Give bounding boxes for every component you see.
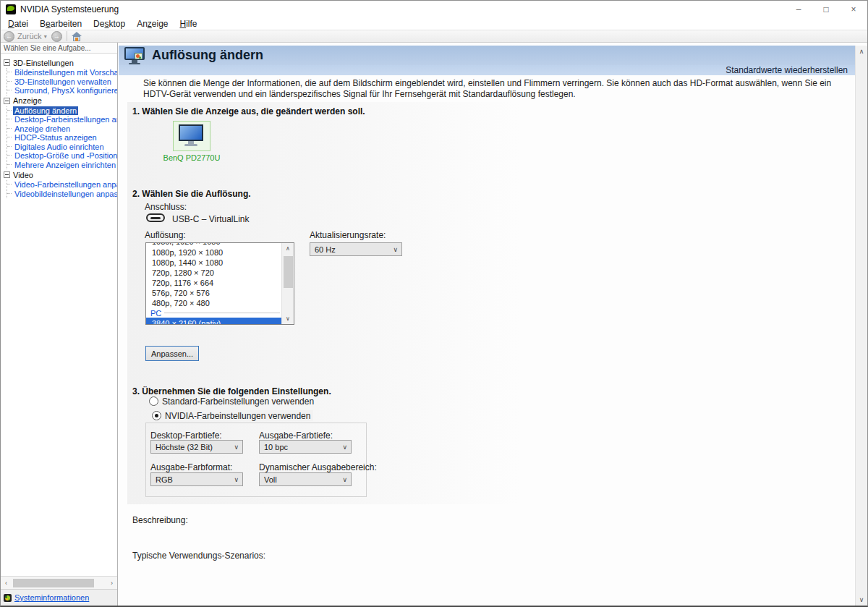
sidebar-item-label: Bildeinstellungen mit Vorschau anpassen (13, 68, 117, 77)
sidebar-group-label: 3D-Einstellungen (13, 59, 74, 67)
monitor-screen (179, 124, 203, 141)
standard-color-radio-row[interactable]: Standard-Farbeinstellungen verwenden (149, 396, 314, 407)
chevron-down-icon: ∨ (393, 246, 398, 253)
output-format-dropdown[interactable]: RGB ∨ (150, 472, 243, 486)
standard-color-radio-label: Standard-Farbeinstellungen verwenden (162, 396, 314, 407)
minimize-button[interactable]: – (785, 1, 812, 17)
sidebar-horizontal-scrollbar[interactable]: ‹ › (1, 576, 117, 589)
resolution-row[interactable]: 1080p, 1920 × 1080 (146, 247, 281, 258)
monitor-stand (132, 60, 137, 63)
close-button[interactable]: × (840, 1, 867, 17)
sidebar-item-desktop-farbeinstellungen[interactable]: Desktop-Farbeinstellungen anpassen (7, 115, 117, 124)
task-header: Wählen Sie eine Aufgabe... (1, 43, 117, 54)
dynamic-range-dropdown[interactable]: Voll ∨ (259, 472, 352, 486)
nvidia-color-radio-label: NVIDIA-Farbeinstellungen verwenden (165, 411, 310, 421)
scroll-down-icon[interactable]: ∨ (856, 594, 867, 606)
collapse-icon[interactable] (4, 171, 10, 178)
page-title: Auflösung ändern (152, 48, 263, 63)
resolution-row[interactable]: 480p, 720 × 480 (146, 298, 281, 308)
radio-selected-icon[interactable] (152, 411, 161, 420)
sidebar-item-digitales-audio[interactable]: Digitales Audio einrichten (7, 143, 117, 152)
menu-item-bearbeiten[interactable]: Bearbeiten (34, 18, 88, 30)
collapse-icon[interactable] (4, 59, 10, 66)
sidebar-item-anzeige-drehen[interactable]: Anzeige drehen (7, 124, 117, 134)
output-depth-dropdown[interactable]: 10 bpc ∨ (259, 440, 352, 454)
sidebar-item-video-farbeinstellungen[interactable]: Video-Farbeinstellungen anpassen (7, 180, 117, 190)
resolution-row-selected[interactable]: 3840 × 2160 (nativ) (146, 318, 281, 324)
sidebar-group-video[interactable]: Video (4, 170, 117, 179)
resolution-row[interactable]: 720p, 1176 × 664 (146, 278, 281, 288)
radio-unselected-icon[interactable] (149, 396, 158, 406)
menu-item-hilfe[interactable]: Hilfe (174, 18, 203, 30)
customize-button[interactable]: Anpassen... (145, 346, 199, 361)
main-vertical-scrollbar[interactable]: ∧ ∨ (855, 46, 867, 606)
output-format-value: RGB (156, 475, 173, 484)
dynamic-range-label: Dynamischer Ausgabebereich: (259, 462, 377, 472)
menu-item-anzeige[interactable]: Anzeige (131, 18, 174, 30)
scroll-up-icon[interactable]: ∧ (856, 46, 867, 57)
sidebar-item-desktop-groesse[interactable]: Desktop-Größe und -Position anpassen (7, 151, 117, 161)
dynamic-range-value: Voll (264, 475, 277, 484)
sidebar-item-surround-physx[interactable]: Surround, PhysX konfigurieren (7, 86, 117, 95)
chevron-down-icon: ∨ (342, 443, 347, 451)
sidebar-item-label: Desktop-Farbeinstellungen anpassen (13, 115, 117, 124)
back-dropdown-caret-icon[interactable]: ▾ (44, 33, 47, 40)
back-button-icon[interactable]: ← (4, 31, 14, 42)
scroll-right-icon[interactable]: › (106, 580, 117, 587)
sidebar-item-bildeinstellungen[interactable]: Bildeinstellungen mit Vorschau anpassen (7, 68, 117, 77)
sidebar-item-label: HDCP-Status anzeigen (13, 133, 98, 142)
refresh-rate-label: Aktualisierungsrate: (310, 230, 386, 240)
sidebar-item-videobildeinstellungen[interactable]: Videobildeinstellungen anpassen (7, 190, 117, 199)
resolution-listbox[interactable]: 1080i, 1920 × 1080 1080p, 1920 × 1080 10… (145, 242, 294, 325)
sidebar-group-anzeige[interactable]: Anzeige (4, 96, 117, 106)
home-door (75, 38, 78, 41)
step1-heading: 1. Wählen Sie die Anzeige aus, die geänd… (132, 106, 365, 116)
output-depth-label: Ausgabe-Farbtiefe: (259, 430, 333, 441)
display-tile-selected[interactable] (173, 121, 210, 151)
menu-bar: Datei Bearbeiten Desktop Anzeige Hilfe (1, 17, 867, 30)
description-label: Beschreibung: (132, 515, 188, 525)
resolution-row[interactable]: 1080p, 1440 × 1080 (146, 258, 281, 268)
sidebar-item-label: 3D-Einstellungen verwalten (13, 77, 113, 86)
output-format-label: Ausgabe-Farbformat: (150, 462, 232, 472)
scrollbar-thumb[interactable] (284, 256, 293, 288)
sidebar-item-label: Mehrere Anzeigen einrichten (13, 161, 117, 169)
menu-item-desktop[interactable]: Desktop (88, 18, 131, 30)
back-button-label[interactable]: Zurück (17, 32, 42, 41)
nvidia-color-radio-row[interactable]: NVIDIA-Farbeinstellungen verwenden (149, 410, 313, 421)
connector-value: USB-C – VirtualLink (172, 214, 250, 224)
resolution-row[interactable]: 720p, 1280 × 720 (146, 268, 281, 278)
resolution-row[interactable]: 576p, 720 × 576 (146, 288, 281, 298)
desktop-depth-dropdown[interactable]: Höchste (32 Bit) ∨ (150, 440, 243, 454)
sidebar-item-label: Video-Farbeinstellungen anpassen (13, 180, 117, 189)
restore-defaults-link[interactable]: Standardwerte wiederherstellen (726, 65, 848, 75)
group-children: Bildeinstellungen mit Vorschau anpassen … (7, 68, 117, 95)
scroll-up-icon[interactable]: ∧ (282, 243, 294, 254)
sidebar-item-3d-verwalten[interactable]: 3D-Einstellungen verwalten (7, 77, 117, 87)
system-info-link[interactable]: Systeminformationen (14, 593, 89, 602)
page-intro-text: Sie können die Menge der Informationen, … (143, 78, 859, 100)
sidebar-item-aufloesung-aendern[interactable]: Auflösung ändern (7, 106, 117, 116)
resolution-label: Auflösung: (145, 230, 186, 240)
home-icon[interactable] (72, 32, 82, 41)
page-header-band: Auflösung ändern (119, 46, 855, 65)
toolbar-separator (67, 31, 67, 41)
scroll-down-icon[interactable]: ∨ (282, 313, 294, 324)
header-strip: Standardwerte wiederherstellen (119, 65, 855, 75)
sidebar-item-label: Digitales Audio einrichten (13, 143, 106, 151)
scrollbar-thumb[interactable] (13, 579, 94, 587)
sidebar-item-hdcp-status[interactable]: HDCP-Status anzeigen (7, 133, 117, 143)
sidebar-item-label-selected: Auflösung ändern (13, 106, 78, 115)
menu-item-datei[interactable]: Datei (2, 18, 34, 30)
sidebar-group-3d-einstellungen[interactable]: 3D-Einstellungen (4, 58, 117, 67)
sidebar-item-mehrere-anzeigen[interactable]: Mehrere Anzeigen einrichten (7, 161, 117, 170)
navigation-toolbar: ← Zurück ▾ → (1, 30, 867, 43)
maximize-button[interactable]: □ (812, 1, 840, 17)
resolution-list-scrollbar[interactable]: ∧ ∨ (281, 243, 294, 324)
refresh-rate-dropdown[interactable]: 60 Hz ∨ (310, 242, 402, 256)
collapse-icon[interactable] (4, 98, 10, 104)
forward-button-icon[interactable]: → (51, 31, 62, 42)
scroll-left-icon[interactable]: ‹ (1, 580, 12, 587)
display-name-label: BenQ PD2770U (161, 153, 223, 162)
task-tree: 3D-Einstellungen Bildeinstellungen mit V… (1, 55, 117, 575)
